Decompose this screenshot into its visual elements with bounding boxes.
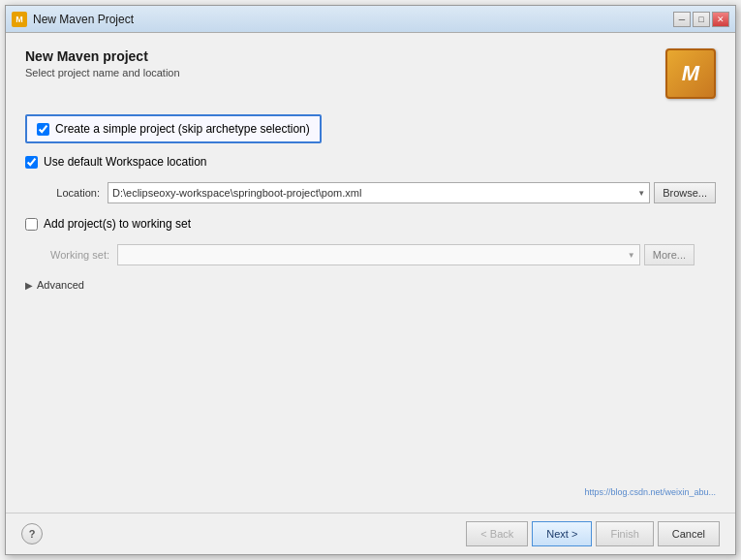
working-set-input-group: ▼ More... bbox=[117, 244, 695, 265]
next-button[interactable]: Next > bbox=[532, 521, 592, 546]
location-value: D:\eclipseoxy-workspace\springboot-proje… bbox=[112, 187, 361, 199]
window-title: New Maven Project bbox=[33, 13, 134, 26]
working-set-label: Working set: bbox=[46, 249, 109, 261]
back-button[interactable]: < Back bbox=[466, 521, 528, 546]
location-combo[interactable]: D:\eclipseoxy-workspace\springboot-proje… bbox=[108, 182, 650, 203]
browse-button[interactable]: Browse... bbox=[654, 182, 716, 203]
simple-project-section: Create a simple project (skip archetype … bbox=[25, 114, 322, 143]
minimize-button[interactable]: ─ bbox=[673, 12, 691, 27]
page-subtitle: Select project name and location bbox=[25, 67, 180, 78]
bottom-bar: ? < Back Next > Finish Cancel bbox=[6, 513, 735, 554]
working-set-row: Working set: ▼ More... bbox=[25, 242, 716, 267]
url-hint: https://blog.csdn.net/weixin_abu... bbox=[25, 487, 716, 497]
simple-project-label: Create a simple project (skip archetype … bbox=[55, 122, 310, 136]
window: M New Maven Project ─ □ ✕ New Maven proj… bbox=[5, 5, 736, 555]
title-bar-left: M New Maven Project bbox=[12, 12, 134, 27]
help-button[interactable]: ? bbox=[21, 523, 43, 544]
default-workspace-label: Use default Workspace location bbox=[44, 155, 207, 169]
working-set-combo[interactable]: ▼ bbox=[117, 244, 640, 265]
page-title: New Maven project bbox=[25, 48, 180, 64]
advanced-label: Advanced bbox=[37, 279, 84, 291]
default-workspace-row: Use default Workspace location bbox=[25, 153, 716, 171]
simple-project-checkbox[interactable] bbox=[37, 123, 49, 136]
working-set-checkbox-row: Add project(s) to working set bbox=[25, 215, 716, 233]
location-row: Location: D:\eclipseoxy-workspace\spring… bbox=[25, 180, 716, 205]
page-header: New Maven project Select project name an… bbox=[25, 48, 716, 99]
default-workspace-checkbox[interactable] bbox=[25, 156, 38, 169]
title-bar-buttons: ─ □ ✕ bbox=[673, 12, 729, 27]
maven-icon: M bbox=[665, 48, 716, 99]
more-button[interactable]: More... bbox=[644, 244, 695, 265]
main-content: New Maven project Select project name an… bbox=[6, 33, 735, 513]
finish-button[interactable]: Finish bbox=[596, 521, 653, 546]
window-icon: M bbox=[12, 12, 27, 27]
page-header-text: New Maven project Select project name an… bbox=[25, 48, 180, 78]
close-button[interactable]: ✕ bbox=[712, 12, 729, 27]
title-bar: M New Maven Project ─ □ ✕ bbox=[6, 6, 735, 33]
advanced-triangle-icon: ▶ bbox=[25, 280, 33, 291]
working-set-checkbox-label: Add project(s) to working set bbox=[44, 217, 191, 231]
working-set-dropdown-arrow: ▼ bbox=[628, 251, 635, 260]
form-area: Create a simple project (skip archetype … bbox=[25, 114, 716, 497]
cancel-button[interactable]: Cancel bbox=[658, 521, 720, 546]
advanced-section[interactable]: ▶ Advanced bbox=[25, 277, 716, 293]
restore-button[interactable]: □ bbox=[693, 12, 710, 27]
nav-buttons: < Back Next > Finish Cancel bbox=[466, 521, 720, 546]
working-set-checkbox[interactable] bbox=[25, 218, 38, 231]
location-label: Location: bbox=[46, 187, 100, 199]
location-input-group: D:\eclipseoxy-workspace\springboot-proje… bbox=[108, 182, 716, 203]
location-dropdown-arrow: ▼ bbox=[637, 189, 645, 198]
